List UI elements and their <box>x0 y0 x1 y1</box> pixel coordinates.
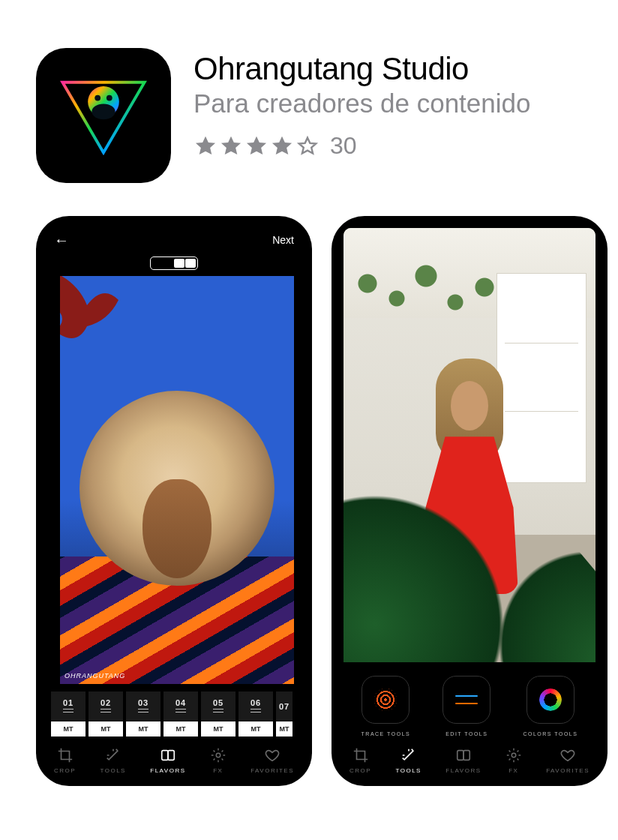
filter-thumb[interactable]: 07MT <box>276 692 292 736</box>
star-filled-icon <box>219 134 243 158</box>
app-header: Ohrangutang Studio Para creadores de con… <box>0 0 618 210</box>
screenshot-2[interactable]: TRACE TOOLS EDIT TOOLS COLORS TOOLS CROP… <box>332 216 608 786</box>
tab-crop[interactable]: CROP <box>350 747 371 774</box>
orangutan-triangle-icon <box>55 67 152 164</box>
tab-tools[interactable]: TOOLS <box>100 747 125 774</box>
app-icon[interactable] <box>36 48 171 183</box>
tab-fx[interactable]: FX <box>210 747 226 774</box>
next-button[interactable]: Next <box>272 234 294 246</box>
magic-wand-icon <box>400 747 417 764</box>
tab-flavors[interactable]: FLAVORS <box>150 747 185 774</box>
intensity-indicator-icon[interactable] <box>150 256 198 270</box>
star-filled-icon <box>270 134 294 158</box>
filter-thumb[interactable]: 03MT <box>126 692 160 736</box>
heart-icon <box>560 747 576 764</box>
vines-decoration <box>344 246 524 321</box>
tab-favorites[interactable]: FAVORITES <box>546 747 590 774</box>
fx-gear-icon <box>506 747 522 764</box>
tab-favorites[interactable]: FAVORITES <box>250 747 294 774</box>
svg-rect-8 <box>458 751 464 760</box>
filter-strip[interactable]: 01MT 02MT 03MT 04MT 05MT 06MT 07MT <box>46 687 302 740</box>
tab-flavors[interactable]: FLAVORS <box>446 747 481 774</box>
screenshots-row[interactable]: ← Next OHRANGUTANG 01MT 02MT 03MT 04MT 0… <box>0 210 618 786</box>
fx-gear-icon <box>210 747 226 764</box>
tool-buttons-row: TRACE TOOLS EDIT TOOLS COLORS TOOLS <box>342 665 597 740</box>
magic-wand-icon <box>105 747 122 764</box>
svg-point-7 <box>216 753 220 758</box>
colors-tools-button[interactable]: COLORS TOOLS <box>523 676 578 736</box>
star-filled-icon <box>194 134 218 158</box>
app-subtitle: Para creadores de contenido <box>194 88 530 118</box>
color-ring-icon <box>539 688 562 711</box>
back-arrow-icon[interactable]: ← <box>54 232 69 248</box>
photo-preview[interactable]: OHRANGUTANG <box>60 276 294 684</box>
flavors-icon <box>160 747 176 764</box>
filter-thumb[interactable]: 02MT <box>88 692 123 736</box>
filter-thumb[interactable]: 01MT <box>51 692 86 736</box>
tab-crop[interactable]: CROP <box>54 747 76 774</box>
watermark-label: OHRANGUTANG <box>64 672 125 680</box>
filter-thumb[interactable]: 06MT <box>238 692 273 736</box>
app-title: Ohrangutang Studio <box>194 51 530 87</box>
filter-thumb[interactable]: 04MT <box>164 692 198 736</box>
rating-row[interactable]: 30 <box>194 132 530 160</box>
svg-point-4 <box>106 95 112 101</box>
subject-face <box>142 479 212 578</box>
svg-point-3 <box>94 95 100 101</box>
star-filled-icon <box>244 134 268 158</box>
photo-preview[interactable] <box>344 228 596 662</box>
foliage-decoration <box>60 276 150 374</box>
flavors-icon <box>455 747 472 764</box>
tab-fx[interactable]: FX <box>506 747 522 774</box>
svg-point-2 <box>92 104 115 119</box>
svg-rect-6 <box>168 751 174 760</box>
bottom-tabbar: CROP TOOLS FLAVORS FX FAVORITES <box>46 740 302 776</box>
heart-icon <box>264 747 280 764</box>
svg-rect-9 <box>464 751 470 760</box>
rating-stars <box>194 134 320 158</box>
crop-icon <box>57 747 74 764</box>
crop-icon <box>352 747 369 764</box>
svg-point-10 <box>512 753 516 758</box>
filter-thumb[interactable]: 05MT <box>201 692 236 736</box>
bottom-tabbar: CROP TOOLS FLAVORS FX FAVORITES <box>342 740 597 776</box>
svg-rect-5 <box>162 751 168 760</box>
screenshot-1[interactable]: ← Next OHRANGUTANG 01MT 02MT 03MT 04MT 0… <box>36 216 312 786</box>
star-outline-icon <box>296 134 320 158</box>
tab-tools[interactable]: TOOLS <box>395 747 421 774</box>
edit-tools-button[interactable]: EDIT TOOLS <box>442 676 490 736</box>
rating-count: 30 <box>330 132 357 160</box>
sliders-icon <box>455 693 478 706</box>
editor-topbar: ← Next <box>46 228 302 255</box>
trace-tools-button[interactable]: TRACE TOOLS <box>362 676 411 736</box>
fingerprint-icon <box>374 688 397 711</box>
